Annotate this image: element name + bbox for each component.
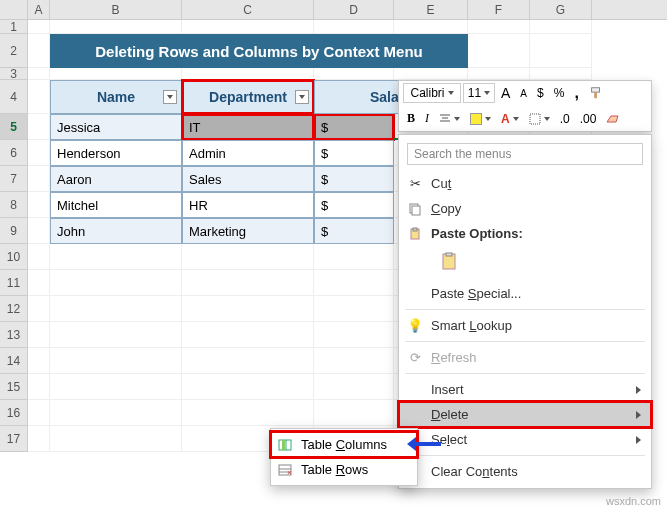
row-header-4[interactable]: 4 (0, 80, 28, 114)
menu-copy[interactable]: Copy (399, 196, 651, 221)
menu-clear-contents[interactable]: Clear Contents (399, 459, 651, 484)
table-cell[interactable]: HR (182, 192, 314, 218)
svg-rect-11 (446, 253, 452, 256)
table-cell[interactable]: Aaron (50, 166, 182, 192)
clear-format-icon[interactable] (602, 109, 624, 129)
decrease-decimal-icon[interactable]: .0 (556, 109, 574, 129)
table-columns-icon (277, 437, 293, 453)
table-header-name[interactable]: Name (50, 80, 182, 114)
accounting-format-icon[interactable]: $ (533, 83, 548, 103)
mini-toolbar: Calibri 11 A A $ % , B I A .0 .00 (398, 80, 652, 132)
annotation-arrow (415, 442, 441, 446)
table-cell[interactable]: Admin (182, 140, 314, 166)
row-header-2[interactable]: 2 (0, 34, 28, 68)
align-center-icon[interactable] (435, 109, 464, 129)
increase-decimal-icon[interactable]: .00 (576, 109, 601, 129)
col-header-e[interactable]: E (394, 0, 468, 19)
row-header-8[interactable]: 8 (0, 192, 28, 218)
table-cell[interactable]: $ (314, 166, 394, 192)
table-cell[interactable]: Sales (182, 166, 314, 192)
row-header-15[interactable]: 15 (0, 374, 28, 400)
table-header-department[interactable]: Department (182, 80, 314, 114)
menu-search-input[interactable]: Search the menus (407, 143, 643, 165)
filter-dropdown-icon[interactable] (163, 90, 177, 104)
menu-paste-special[interactable]: Paste Special... (399, 281, 651, 306)
table-cell[interactable]: $ (314, 192, 394, 218)
clipboard-icon (407, 226, 423, 242)
percent-format-icon[interactable]: % (550, 83, 569, 103)
table-cell[interactable]: $ (314, 218, 394, 244)
col-header-f[interactable]: F (468, 0, 530, 19)
table-cell-selected[interactable]: $ (314, 114, 394, 140)
menu-label: Paste Options: (431, 226, 523, 241)
font-size-select[interactable]: 11 (463, 83, 495, 103)
menu-label: Table Columns (301, 437, 387, 452)
row-header-3[interactable]: 3 (0, 68, 28, 80)
menu-paste-button[interactable] (399, 246, 651, 281)
header-label: Name (97, 89, 135, 105)
row-header-9[interactable]: 9 (0, 218, 28, 244)
row-header-11[interactable]: 11 (0, 270, 28, 296)
row-header-12[interactable]: 12 (0, 296, 28, 322)
watermark: wsxdn.com (606, 495, 661, 507)
svg-rect-0 (591, 88, 599, 92)
svg-rect-13 (282, 440, 285, 450)
comma-format-icon[interactable]: , (570, 83, 582, 103)
table-cell[interactable]: Jessica (50, 114, 182, 140)
row-header-10[interactable]: 10 (0, 244, 28, 270)
col-header-d[interactable]: D (314, 0, 394, 19)
font-family-select[interactable]: Calibri (403, 83, 461, 103)
menu-label: Delete (431, 407, 469, 422)
menu-label: Cut (431, 176, 451, 191)
submenu-table-columns[interactable]: Table Columns (271, 432, 417, 457)
menu-paste-options: Paste Options: (399, 221, 651, 246)
table-cell[interactable]: $ (314, 140, 394, 166)
font-color-icon[interactable]: A (497, 109, 523, 129)
row-header-13[interactable]: 13 (0, 322, 28, 348)
row-header-1[interactable]: 1 (0, 20, 28, 34)
menu-delete[interactable]: Delete (399, 402, 651, 427)
menu-refresh: ⟳ Refresh (399, 345, 651, 370)
row-header-6[interactable]: 6 (0, 140, 28, 166)
header-label: Department (209, 89, 287, 105)
menu-smart-lookup[interactable]: 💡 Smart Lookup (399, 313, 651, 338)
chevron-right-icon (636, 382, 641, 397)
row-header-14[interactable]: 14 (0, 348, 28, 374)
lightbulb-icon: 💡 (407, 318, 423, 334)
menu-insert[interactable]: Insert (399, 377, 651, 402)
menu-label: Paste Special... (431, 286, 521, 301)
chevron-right-icon (636, 407, 641, 422)
table-cell[interactable]: Marketing (182, 218, 314, 244)
svg-rect-7 (412, 206, 420, 215)
col-header-g[interactable]: G (530, 0, 592, 19)
col-header-b[interactable]: B (50, 0, 182, 19)
paste-icon (439, 251, 461, 276)
italic-button[interactable]: I (421, 109, 433, 129)
table-cell[interactable]: Mitchel (50, 192, 182, 218)
copy-icon (407, 201, 423, 217)
filter-dropdown-icon[interactable] (295, 90, 309, 104)
table-cell-selected[interactable]: IT (182, 114, 314, 140)
menu-label: Table Rows (301, 462, 368, 477)
row-header-16[interactable]: 16 (0, 400, 28, 426)
bold-button[interactable]: B (403, 109, 419, 129)
table-cell[interactable]: Henderson (50, 140, 182, 166)
menu-select[interactable]: Select (399, 427, 651, 452)
increase-font-icon[interactable]: A (497, 83, 514, 103)
svg-rect-1 (594, 92, 597, 98)
fill-color-icon[interactable] (466, 109, 495, 129)
row-header-17[interactable]: 17 (0, 426, 28, 452)
table-cell[interactable]: John (50, 218, 182, 244)
chevron-right-icon (636, 432, 641, 447)
col-header-a[interactable]: A (28, 0, 50, 19)
col-header-c[interactable]: C (182, 0, 314, 19)
menu-label: Insert (431, 382, 464, 397)
submenu-table-rows[interactable]: × Table Rows (271, 457, 417, 482)
select-all-corner[interactable] (0, 0, 28, 19)
format-painter-icon[interactable] (585, 83, 607, 103)
borders-icon[interactable] (525, 109, 554, 129)
row-header-7[interactable]: 7 (0, 166, 28, 192)
decrease-font-icon[interactable]: A (516, 83, 531, 103)
menu-cut[interactable]: ✂ Cut (399, 171, 651, 196)
row-header-5[interactable]: 5 (0, 114, 28, 140)
